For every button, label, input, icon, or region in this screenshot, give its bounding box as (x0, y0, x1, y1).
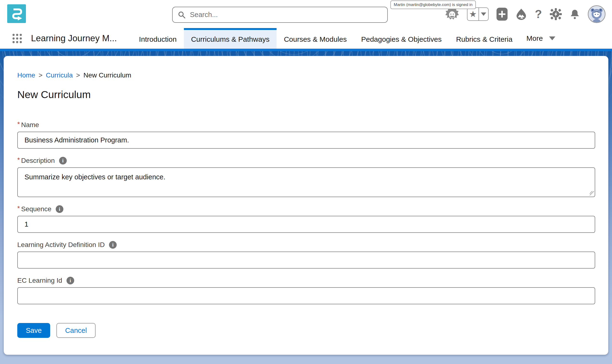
tab-more[interactable]: More (520, 28, 562, 49)
nav-tabs: Introduction Curriculums & Pathways Cour… (132, 28, 562, 49)
page-background: Home > Curricula > New Curriculum New Cu… (0, 49, 612, 364)
global-search (172, 7, 388, 23)
tab-rubrics-criteria[interactable]: Rubrics & Criteria (449, 28, 520, 49)
description-field-wrap: Summarize key objectives or target audie… (17, 167, 595, 197)
sequence-label-row: * Sequence i (17, 205, 595, 213)
description-info-icon[interactable]: i (59, 157, 67, 165)
app-nav-bar: Learning Journey M... Introduction Curri… (0, 28, 612, 49)
lad-id-info-icon[interactable]: i (109, 241, 117, 249)
org-logo (7, 4, 26, 23)
lad-id-field[interactable] (17, 252, 595, 269)
breadcrumb: Home > Curricula > New Curriculum (17, 71, 595, 79)
breadcrumb-curricula-link[interactable]: Curricula (46, 71, 73, 79)
sequence-info-icon[interactable]: i (56, 205, 63, 213)
tab-pedagogies-objectives[interactable]: Pedagogies & Objectives (354, 28, 449, 49)
search-input[interactable] (189, 11, 387, 19)
caret-down-icon (481, 13, 486, 16)
ec-learning-id-label: EC Learning Id (17, 277, 62, 284)
add-icon[interactable] (497, 8, 508, 21)
breadcrumb-separator: > (76, 71, 80, 79)
ec-learning-id-info-icon[interactable]: i (67, 277, 74, 284)
lad-id-label-row: Learning Activity Definition ID i (17, 241, 595, 249)
sequence-label: Sequence (21, 205, 51, 213)
breadcrumb-separator: > (39, 71, 42, 79)
chevron-down-icon (549, 37, 555, 40)
description-label-row: * Description i (17, 157, 595, 165)
sequence-field[interactable] (17, 216, 595, 233)
einstein-icon[interactable] (445, 8, 459, 21)
app-launcher-icon[interactable] (13, 34, 22, 43)
cancel-button[interactable]: Cancel (56, 323, 96, 338)
page-title: New Curriculum (17, 89, 595, 101)
notifications-bell-icon[interactable] (570, 9, 580, 20)
accent-band (0, 49, 612, 51)
search-icon (178, 11, 186, 19)
description-label: Description (21, 157, 55, 165)
favorites-star-icon[interactable]: ★ (467, 8, 479, 20)
signed-in-tooltip: Martin (martin@globebyte.com) is signed … (390, 0, 476, 9)
top-bar: Martin (martin@globebyte.com) is signed … (0, 0, 612, 28)
app-name: Learning Journey M... (31, 33, 117, 43)
description-field[interactable]: Summarize key objectives or target audie… (17, 167, 595, 197)
breadcrumb-home-link[interactable]: Home (17, 71, 35, 79)
name-label: Name (21, 121, 39, 129)
user-avatar[interactable] (588, 5, 606, 23)
save-button[interactable]: Save (17, 323, 50, 338)
tab-more-label: More (526, 34, 542, 42)
help-icon[interactable]: ? (535, 7, 542, 21)
new-curriculum-card: Home > Curricula > New Curriculum New Cu… (4, 56, 608, 355)
setup-gear-icon[interactable] (550, 8, 562, 20)
required-marker: * (17, 120, 20, 128)
required-marker: * (17, 156, 20, 164)
lad-id-label: Learning Activity Definition ID (17, 241, 105, 249)
name-label-row: * Name (17, 121, 595, 129)
s-arrow-logo-icon (9, 6, 24, 21)
ec-learning-id-label-row: EC Learning Id i (17, 277, 595, 284)
favorites-dropdown-icon[interactable] (479, 8, 488, 20)
required-marker: * (17, 205, 20, 212)
tab-curriculums-pathways[interactable]: Curriculums & Pathways (184, 28, 277, 49)
tab-introduction[interactable]: Introduction (132, 28, 184, 49)
favorites-control: ★ (467, 7, 488, 21)
breadcrumb-current: New Curriculum (83, 71, 131, 79)
ec-learning-id-field[interactable] (17, 287, 595, 304)
tab-courses-modules[interactable]: Courses & Modules (277, 28, 354, 49)
trailhead-icon[interactable] (515, 8, 527, 20)
name-field[interactable] (17, 132, 595, 149)
form-buttons: Save Cancel (17, 323, 595, 338)
